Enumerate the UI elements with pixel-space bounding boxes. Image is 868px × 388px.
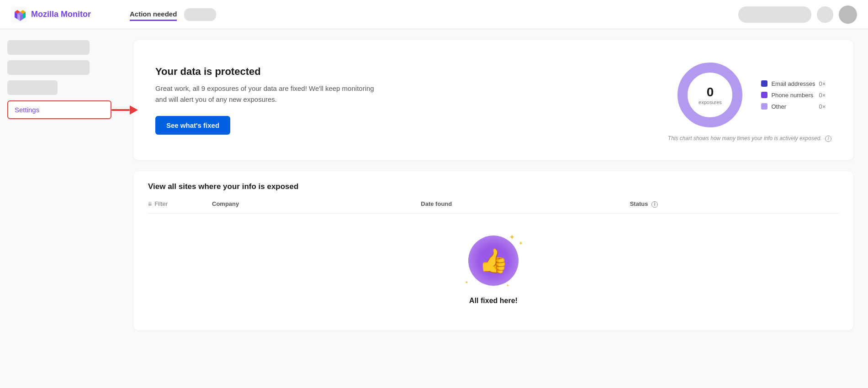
chart-caption: This chart shows how many times your inf…: [668, 135, 831, 142]
legend-count-other: 0×: [819, 103, 826, 110]
protection-text-block: Your data is protected Great work, all 9…: [155, 66, 375, 135]
header-right: [738, 5, 857, 24]
sparkle-4: ✦: [506, 283, 509, 288]
sidebar-item-settings[interactable]: Settings: [7, 100, 111, 119]
thumbs-circle: 👍: [468, 236, 519, 286]
user-avatar[interactable]: [839, 5, 857, 24]
protection-card: Your data is protected Great work, all 9…: [133, 40, 853, 160]
table-section-title: View all sites where your info is expose…: [148, 182, 839, 191]
donut-center: 0 exposures: [699, 85, 722, 105]
legend-phone: Phone numbers 0×: [761, 92, 826, 99]
legend-count-email: 0×: [819, 80, 826, 87]
chart-legend: Email addresses 0× Phone numbers 0× Othe…: [761, 80, 826, 110]
empty-state-title: All fixed here!: [469, 297, 518, 305]
sidebar-settings-label: Settings: [15, 106, 39, 114]
thumbs-emoji: 👍: [479, 249, 508, 273]
legend-count-phone: 0×: [819, 92, 826, 99]
main-content: Your data is protected Great work, all 9…: [119, 29, 868, 388]
legend-other: Other 0×: [761, 103, 826, 110]
donut-number: 0: [699, 85, 722, 100]
legend-dot-email: [761, 80, 767, 87]
empty-state: 👍 ✦ ✦ ✦ ✦ All fixed here!: [148, 214, 839, 320]
logo-area: Mozilla Monitor: [11, 6, 130, 23]
chart-info-icon[interactable]: i: [825, 136, 831, 142]
table-filter[interactable]: ≡ Filter: [148, 200, 212, 208]
header-icon-button[interactable]: [817, 6, 833, 23]
col-date: Date found: [421, 200, 630, 207]
table-header: ≡ Filter Company Date found Status i: [148, 200, 839, 214]
status-info-icon[interactable]: i: [651, 201, 658, 208]
sparkle-2: ✦: [519, 240, 523, 246]
sidebar-placeholder-2: [7, 60, 90, 75]
sidebar-placeholder-3: [7, 80, 58, 95]
see-whats-fixed-button[interactable]: See what's fixed: [155, 116, 230, 135]
header-cta-button[interactable]: [738, 6, 811, 23]
legend-label-other: Other: [771, 103, 815, 110]
mozilla-monitor-logo-icon: [11, 6, 27, 23]
protection-description: Great work, all 9 exposures of your data…: [155, 83, 375, 105]
header: Mozilla Monitor Action needed: [0, 0, 868, 29]
legend-dot-other: [761, 103, 767, 110]
sidebar: Settings: [0, 29, 119, 388]
legend-label-email: Email addresses: [771, 80, 815, 87]
protection-title: Your data is protected: [155, 66, 375, 78]
tab-action-needed[interactable]: Action needed: [130, 8, 177, 21]
col-company: Company: [212, 200, 421, 207]
legend-email: Email addresses 0×: [761, 80, 826, 87]
chart-wrapper: 0 exposures Email addresses 0×: [668, 58, 831, 142]
sidebar-placeholder-1: [7, 40, 90, 55]
chart-area: 0 exposures Email addresses 0×: [673, 58, 826, 131]
col-status: Status i: [630, 200, 839, 208]
arrow-head: [130, 105, 138, 115]
tab-pill-placeholder[interactable]: [184, 8, 216, 21]
sparkle-1: ✦: [509, 233, 515, 241]
filter-label: Filter: [154, 200, 168, 207]
header-tabs: Action needed: [130, 8, 738, 21]
donut-chart: 0 exposures: [673, 58, 746, 131]
main-layout: Settings Your data is protected Great wo…: [0, 29, 868, 388]
sparkle-3: ✦: [465, 280, 468, 285]
settings-arrow: [111, 105, 138, 115]
legend-dot-phone: [761, 92, 767, 98]
filter-icon: ≡: [148, 200, 152, 208]
legend-label-phone: Phone numbers: [771, 92, 815, 99]
thumbs-up-illustration: 👍 ✦ ✦ ✦ ✦: [468, 236, 519, 286]
logo-text: Mozilla Monitor: [31, 10, 91, 19]
table-section: View all sites where your info is expose…: [133, 171, 853, 330]
arrow-line: [111, 109, 130, 111]
donut-label: exposures: [699, 100, 722, 105]
